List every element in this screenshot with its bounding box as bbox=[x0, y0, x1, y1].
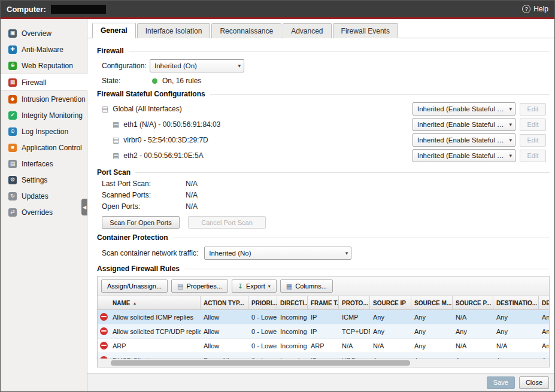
web-reputation-icon: ⊕ bbox=[8, 62, 17, 70]
column-header-source-port[interactable]: SOURCE P... bbox=[453, 296, 493, 309]
footer-bar: Save Close bbox=[87, 373, 554, 391]
port-scan-row: Open Ports: N/A bbox=[102, 202, 550, 211]
sidebar-item-web-reputation[interactable]: ⊕ Web Reputation bbox=[1, 57, 87, 74]
sidebar-item-label: Integrity Monitoring bbox=[22, 111, 83, 120]
column-header-destination[interactable]: DE... bbox=[539, 296, 549, 309]
save-button[interactable]: Save bbox=[487, 376, 515, 389]
stateful-configurations-section: Firewall Stateful Configurations ▤ Globa… bbox=[97, 90, 550, 163]
stateful-config-select[interactable]: Inherited (Enable Stateful Inspection) ▾ bbox=[413, 118, 515, 131]
interface-label: eth1 (N/A) - 00:50:56:91:84:03 bbox=[123, 120, 220, 129]
table-cell: Any bbox=[539, 339, 549, 353]
edit-button[interactable]: Edit bbox=[520, 118, 546, 131]
columns-button[interactable]: ▦ Columns... bbox=[280, 279, 333, 293]
tab-reconnaissance[interactable]: Reconnaissance bbox=[211, 23, 281, 38]
sidebar-item-label: Application Control bbox=[22, 144, 82, 152]
container-traffic-select[interactable]: Inherited (No) ▾ bbox=[204, 247, 351, 260]
column-header-name[interactable]: NAME ▲ bbox=[110, 296, 201, 309]
toolbar-button-label: Export bbox=[246, 282, 265, 290]
table-cell: 0 - Lowest bbox=[248, 324, 277, 338]
sidebar-item-intrusion-prevention[interactable]: ◆ Intrusion Prevention bbox=[1, 91, 87, 107]
table-cell: Any bbox=[411, 339, 453, 353]
stateful-config-select[interactable]: Inherited (Enable Stateful Inspection) ▾ bbox=[413, 133, 515, 147]
chevron-down-icon: ▾ bbox=[345, 250, 348, 256]
column-header-action-type[interactable]: ACTION TYP... bbox=[201, 296, 248, 309]
section-divider bbox=[173, 238, 550, 238]
section-divider bbox=[184, 269, 550, 269]
table-cell: IP bbox=[308, 353, 339, 358]
sidebar-item-settings[interactable]: ⚙ Settings bbox=[1, 172, 87, 188]
chevron-down-icon: ▾ bbox=[238, 63, 241, 69]
sidebar-item-log-inspection[interactable]: ⊙ Log Inspection bbox=[1, 123, 87, 139]
table-row[interactable]: Allow solicited TCP/UDP repliesAllow0 - … bbox=[98, 324, 549, 339]
anti-malware-icon: ✚ bbox=[8, 45, 17, 54]
cancel-port-scan-button[interactable]: Cancel Port Scan bbox=[188, 216, 266, 229]
tab-advanced[interactable]: Advanced bbox=[283, 23, 331, 38]
stateful-config-select[interactable]: Inherited (Enable Stateful Inspection) ▾ bbox=[413, 149, 515, 162]
port-scan-rows: Last Port Scan: N/A Scanned Ports: N/A O… bbox=[97, 180, 550, 211]
table-cell: IP bbox=[308, 324, 339, 338]
updates-icon: ↻ bbox=[8, 192, 17, 200]
table-cell: Any bbox=[453, 324, 493, 338]
column-header-destination-ip[interactable]: DESTINATIO... bbox=[493, 296, 539, 309]
table-cell: Incoming bbox=[277, 339, 308, 353]
scrollbar-thumb[interactable] bbox=[111, 360, 410, 366]
sidebar-item-updates[interactable]: ↻ Updates bbox=[1, 188, 87, 204]
table-cell: Force Allow bbox=[201, 353, 248, 358]
stateful-config-select[interactable]: Inherited (Enable Stateful Inspection) ▾ bbox=[413, 102, 515, 116]
sidebar-item-label: Anti-Malware bbox=[22, 45, 63, 54]
sidebar-collapse-handle[interactable]: ◀ bbox=[81, 199, 87, 215]
scan-for-open-ports-button[interactable]: Scan For Open Ports bbox=[102, 216, 180, 229]
column-header-source-ip[interactable]: SOURCE IP bbox=[370, 296, 411, 309]
tab-firewall-events[interactable]: Firewall Events bbox=[333, 23, 398, 38]
edit-button[interactable]: Edit bbox=[520, 103, 546, 116]
assign-unassign-button[interactable]: Assign/Unassign... bbox=[101, 279, 168, 293]
sidebar-item-anti-malware[interactable]: ✚ Anti-Malware bbox=[1, 41, 87, 57]
sidebar-item-integrity-monitoring[interactable]: ✔ Integrity Monitoring bbox=[1, 107, 87, 123]
firewall-rule-icon bbox=[100, 327, 108, 335]
sidebar-item-firewall[interactable]: ▦ Firewall bbox=[1, 74, 87, 91]
table-cell: N/A bbox=[339, 339, 370, 353]
toolbar-button-icon: ▦ bbox=[286, 283, 292, 290]
table-row[interactable]: ARPAllow0 - LowestIncomingARPN/AN/AAnyN/… bbox=[98, 339, 549, 353]
tab-interface-isolation[interactable]: Interface Isolation bbox=[137, 23, 211, 38]
export-button[interactable]: ↧ Export ▾ bbox=[232, 279, 277, 293]
column-header-direction[interactable]: DIRECTI... bbox=[277, 296, 308, 309]
icon-glyph: ⚙ bbox=[10, 177, 15, 183]
table-header-row: NAME ▲ ACTION TYP... PRIORI... DIRECTI..… bbox=[98, 296, 549, 310]
icon-glyph: ▣ bbox=[10, 31, 16, 36]
column-header-source-mac[interactable]: SOURCE M... bbox=[411, 296, 453, 309]
port-scan-row: Last Port Scan: N/A bbox=[102, 180, 550, 188]
properties-button[interactable]: ▤ Properties... bbox=[171, 279, 228, 293]
stateful-config-value: Inherited (Enable Stateful Inspection) bbox=[417, 121, 505, 128]
horizontal-scrollbar[interactable] bbox=[98, 358, 549, 367]
table-cell: DHCP Client bbox=[110, 353, 201, 358]
edit-button[interactable]: Edit bbox=[520, 134, 546, 147]
port-scan-label: Open Ports: bbox=[102, 202, 186, 211]
help-button[interactable]: ? Help bbox=[522, 5, 548, 13]
stateful-row-eth2: ▤ eth2 - 00:50:56:91:0E:5A Inherited (En… bbox=[102, 148, 546, 163]
sidebar-item-interfaces[interactable]: ▤ Interfaces bbox=[1, 156, 87, 172]
sidebar-item-overview[interactable]: ▣ Overview bbox=[1, 25, 87, 41]
configuration-select[interactable]: Inherited (On) ▾ bbox=[150, 59, 244, 72]
table-row[interactable]: Allow solicited ICMP repliesAllow0 - Low… bbox=[98, 310, 549, 324]
icon-glyph: ▤ bbox=[10, 161, 16, 166]
close-button[interactable]: Close bbox=[519, 376, 549, 389]
tab-general[interactable]: General bbox=[92, 23, 136, 38]
column-header-protocol[interactable]: PROTO... bbox=[339, 296, 370, 309]
table-row[interactable]: DHCP ClientForce Allow0 - LowestIncoming… bbox=[98, 353, 549, 358]
stateful-config-value: Inherited (Enable Stateful Inspection) bbox=[417, 152, 505, 159]
table-cell: IP bbox=[308, 310, 339, 324]
column-header-frame-type[interactable]: FRAME T... bbox=[308, 296, 339, 309]
interface-icon: ▤ bbox=[102, 105, 108, 113]
table-cell: Allow bbox=[201, 310, 248, 324]
sidebar-item-overrides[interactable]: ⇄ Overrides bbox=[1, 204, 87, 220]
column-header-priority[interactable]: PRIORI... bbox=[248, 296, 277, 309]
sidebar-item-application-control[interactable]: ■ Application Control bbox=[1, 139, 87, 156]
section-heading-port-scan: Port Scan bbox=[97, 168, 131, 177]
stateful-row-virbr0: ▤ virbr0 - 52:54:00:3D:29:7D Inherited (… bbox=[102, 132, 546, 148]
table-cell: Any bbox=[493, 324, 539, 338]
toolbar-button-label: Columns... bbox=[295, 282, 327, 290]
table-cell: ICMP bbox=[339, 310, 370, 324]
table-cell: Any bbox=[411, 310, 453, 324]
edit-button[interactable]: Edit bbox=[520, 150, 546, 162]
